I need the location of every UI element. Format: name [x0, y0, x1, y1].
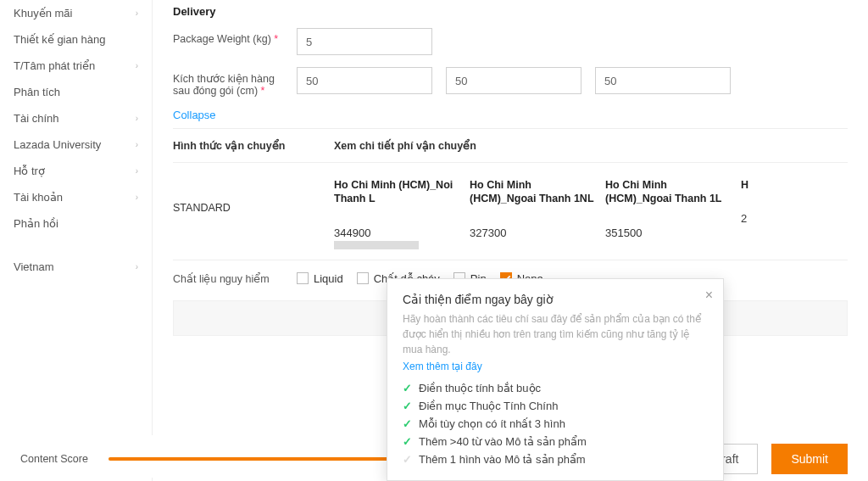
shipping-zones-scroll[interactable]: Ho Chi Minh (HCM)_Noi Thanh L 344900 Ho …	[334, 178, 848, 239]
sidebar-item-label: Phân tích	[14, 86, 60, 98]
check-icon: ✓	[403, 400, 412, 412]
popover-check-item: ✓Điền mục Thuộc Tính Chính	[403, 397, 708, 415]
shipping-zone: Ho Chi Minh (HCM)_Noi Thanh L 344900	[334, 178, 461, 239]
shipping-zone-name: H	[741, 178, 758, 192]
shipping-zone-price: 327300	[470, 227, 597, 239]
shipping-zone: Ho Chi Minh (HCM)_Ngoai Thanh 1NL 327300	[470, 178, 597, 239]
content-score-popover: × Cải thiện điểm ngay bây giờ Hãy hoàn t…	[387, 278, 724, 481]
sidebar-item-label: Thiết kế gian hàng	[14, 33, 106, 46]
sidebar-item-finance[interactable]: Tài chính ›	[0, 105, 152, 131]
chevron-right-icon: ›	[136, 193, 138, 202]
package-dim-length-input[interactable]	[297, 67, 432, 94]
sidebar-item-analytics[interactable]: Phân tích	[0, 79, 152, 105]
popover-check-item: ✓Điền thuộc tính bắt buộc	[403, 379, 708, 397]
shipping-table: Hình thức vận chuyển Xem chi tiết phí vậ…	[173, 128, 848, 260]
package-dim-height-input[interactable]	[595, 67, 731, 94]
popover-check-item: ✓Thêm >40 từ vào Mô tả sản phẩm	[403, 433, 708, 450]
sidebar-item-label: Tài chính	[14, 112, 58, 125]
submit-button[interactable]: Submit	[771, 444, 848, 474]
sidebar-item-label: Vietnam	[14, 260, 53, 273]
sidebar-item-feedback[interactable]: Phản hồi	[0, 210, 152, 237]
shipping-zone-name: Ho Chi Minh (HCM)_Noi Thanh L	[334, 178, 461, 206]
package-dims-row: Kích thước kiện hàng sau đóng gói (cm) *	[173, 67, 848, 97]
chevron-right-icon: ›	[136, 61, 138, 70]
shipping-zone: H 2	[741, 178, 758, 239]
shipping-col-method: Hình thức vận chuyển	[173, 139, 334, 152]
check-icon: ✓	[403, 453, 412, 466]
sidebar-item-country[interactable]: Vietnam ›	[0, 254, 152, 280]
popover-learn-more-link[interactable]: Xem thêm tại đây	[403, 361, 482, 372]
check-icon: ✓	[403, 417, 412, 430]
chevron-right-icon: ›	[136, 114, 138, 123]
sidebar: Khuyến mãi › Thiết kế gian hàng T/Tâm ph…	[0, 0, 153, 481]
sidebar-item-label: T/Tâm phát triển	[14, 59, 95, 72]
popover-subtitle: Hãy hoàn thành các tiêu chí sau đây để s…	[403, 311, 708, 357]
shipping-zone-name: Ho Chi Minh (HCM)_Ngoai Thanh 1L	[605, 178, 732, 206]
content-score-progress-bar	[108, 457, 411, 461]
chevron-right-icon: ›	[136, 262, 138, 271]
shipping-zone-price: 344900	[334, 227, 461, 239]
sidebar-item-label: Lazada University	[14, 138, 101, 151]
package-dim-width-input[interactable]	[446, 67, 581, 94]
delivery-section-title: Delivery	[173, 0, 848, 28]
shipping-zone-price: 351500	[605, 227, 732, 239]
chevron-right-icon: ›	[136, 140, 138, 149]
check-icon: ✓	[403, 382, 412, 394]
sidebar-item-store-design[interactable]: Thiết kế gian hàng	[0, 26, 152, 53]
sidebar-item-growth-center[interactable]: T/Tâm phát triển ›	[0, 53, 152, 79]
popover-check-item: ✓Thêm 1 hình vào Mô tả sản phẩm	[403, 450, 708, 468]
package-weight-label: Package Weight (kg) *	[173, 28, 283, 45]
sidebar-item-label: Phản hồi	[14, 217, 58, 230]
package-dims-label: Kích thước kiện hàng sau đóng gói (cm) *	[173, 67, 283, 97]
package-weight-input[interactable]	[297, 28, 432, 55]
chevron-right-icon: ›	[136, 166, 138, 176]
sidebar-item-label: Hỗ trợ	[14, 165, 45, 177]
sidebar-item-university[interactable]: Lazada University ›	[0, 131, 152, 158]
shipping-method-name: STANDARD	[173, 178, 334, 239]
horizontal-scroll-thumb[interactable]	[334, 241, 419, 249]
chevron-right-icon: ›	[136, 8, 138, 18]
close-icon[interactable]: ×	[705, 288, 713, 303]
check-icon: ✓	[403, 435, 412, 448]
collapse-link[interactable]: Collapse	[173, 109, 216, 121]
sidebar-item-label: Khuyến mãi	[14, 7, 72, 20]
shipping-zone: Ho Chi Minh (HCM)_Ngoai Thanh 1L 351500	[605, 178, 732, 239]
hazardous-label: Chất liệu nguy hiểm	[173, 272, 283, 285]
sidebar-item-label: Tài khoản	[14, 191, 63, 204]
sidebar-item-support[interactable]: Hỗ trợ ›	[0, 158, 152, 184]
sidebar-item-account[interactable]: Tài khoản ›	[0, 184, 152, 210]
hazard-option-liquid[interactable]: Liquid	[297, 272, 343, 285]
shipping-zone-name: Ho Chi Minh (HCM)_Ngoai Thanh 1NL	[470, 178, 597, 206]
shipping-zone-price: 2	[741, 212, 758, 225]
popover-check-item: ✓Mỗi tùy chọn có ít nhất 3 hình	[403, 415, 708, 433]
sidebar-item-promotions[interactable]: Khuyến mãi ›	[0, 0, 152, 26]
content-score-label: Content Score	[20, 453, 88, 465]
popover-title: Cải thiện điểm ngay bây giờ	[403, 293, 708, 306]
package-weight-row: Package Weight (kg) *	[173, 28, 848, 55]
shipping-col-detail: Xem chi tiết phí vận chuyển	[334, 139, 848, 152]
